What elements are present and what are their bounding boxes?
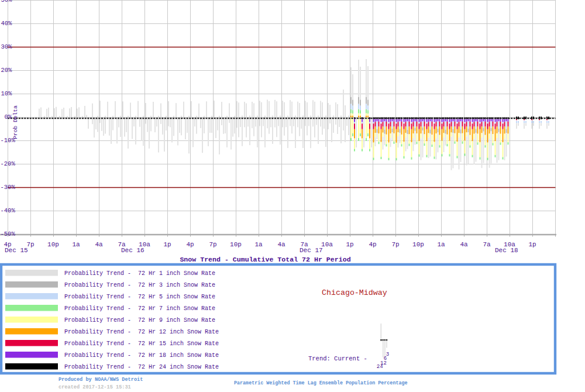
svg-text:Probability Trend - 72 Hr 18: Probability Trend - 72 Hr 18 inch Snow R… — [64, 352, 219, 359]
svg-text:-50%: -50% — [1, 231, 16, 238]
svg-text:4a: 4a — [460, 241, 468, 248]
svg-text:Probability Trend - 72 Hr 1 i: Probability Trend - 72 Hr 1 inch Snow Ra… — [64, 270, 215, 277]
svg-text:Probability Trend - 72 Hr 5 i: Probability Trend - 72 Hr 5 inch Snow Ra… — [64, 294, 215, 300]
svg-text:Probability Trend - 72 Hr 24: Probability Trend - 72 Hr 24 inch Snow R… — [64, 364, 219, 370]
svg-text:Dec 17: Dec 17 — [300, 247, 323, 254]
svg-text:1a: 1a — [437, 241, 445, 248]
svg-text:Dec 16: Dec 16 — [121, 247, 144, 254]
svg-text:10%: 10% — [1, 90, 13, 97]
svg-text:40%: 40% — [1, 20, 13, 27]
svg-text:Probability Trend - 72 Hr 9 i: Probability Trend - 72 Hr 9 inch Snow Ra… — [64, 317, 215, 324]
svg-text:1p: 1p — [346, 241, 353, 248]
svg-text:4p: 4p — [369, 241, 376, 248]
svg-text:1a: 1a — [254, 241, 263, 248]
svg-text:1a: 1a — [72, 241, 80, 248]
svg-text:Probability Trend - 72 Hr 15: Probability Trend - 72 Hr 15 inch Snow R… — [64, 341, 219, 347]
svg-text:1p: 1p — [163, 241, 171, 248]
svg-text:Produced by NOAA/NWS Detroit: Produced by NOAA/NWS Detroit — [58, 377, 143, 383]
svg-text:Trend: Current -: Trend: Current - — [308, 355, 367, 362]
svg-text:created 2017-12-15 15:31: created 2017-12-15 15:31 — [58, 384, 131, 390]
svg-text:Chicago-Midway: Chicago-Midway — [322, 288, 387, 297]
svg-text:Probability Trend - 72 Hr 12: Probability Trend - 72 Hr 12 inch Snow R… — [64, 329, 219, 335]
svg-text:7p: 7p — [391, 241, 399, 248]
svg-text:Prob Delta: Prob Delta — [12, 105, 19, 139]
svg-text:-30%: -30% — [1, 184, 16, 191]
svg-text:Probability Trend - 72 Hr 3 i: Probability Trend - 72 Hr 3 inch Snow Ra… — [64, 282, 215, 288]
svg-text:1p: 1p — [528, 241, 536, 248]
svg-text:10p: 10p — [230, 241, 242, 248]
svg-text:Parametric Weighted Time Lag E: Parametric Weighted Time Lag Ensemble Po… — [234, 380, 408, 386]
svg-text:10p: 10p — [47, 241, 59, 248]
svg-text:-40%: -40% — [1, 207, 16, 214]
svg-text:20%: 20% — [1, 67, 13, 74]
svg-text:Probability Trend - 72 Hr 7 i: Probability Trend - 72 Hr 7 inch Snow Ra… — [64, 305, 215, 312]
svg-text:10p: 10p — [412, 241, 424, 248]
svg-text:4p: 4p — [186, 241, 194, 248]
svg-text:50%: 50% — [1, 0, 13, 4]
svg-text:Dec 15: Dec 15 — [5, 247, 28, 254]
svg-text:0%: 0% — [5, 114, 12, 121]
svg-text:4a: 4a — [95, 241, 103, 248]
svg-text:24: 24 — [377, 364, 383, 370]
svg-text:7a: 7a — [483, 241, 491, 248]
svg-text:-20%: -20% — [1, 160, 16, 167]
svg-text:4a: 4a — [277, 241, 285, 248]
svg-text:10a: 10a — [321, 241, 333, 248]
svg-text:30%: 30% — [1, 43, 13, 50]
svg-text:7p: 7p — [209, 241, 216, 248]
svg-text:Dec 18: Dec 18 — [495, 247, 518, 254]
svg-text:Snow Trend - Cumulative Total: Snow Trend - Cumulative Total 72 Hr Peri… — [180, 256, 350, 263]
